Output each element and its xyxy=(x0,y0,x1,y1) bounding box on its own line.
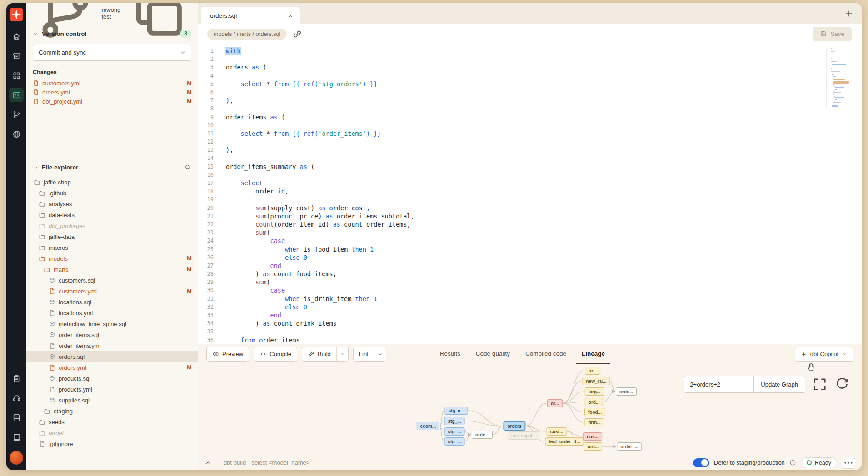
tab-code-quality[interactable]: Code quality xyxy=(470,344,515,364)
code-line[interactable]: 22 count(order_item_id) as count_order_i… xyxy=(198,220,812,228)
lineage-panel[interactable]: Update Graph ecom...stg_o...stg_...stg_.… xyxy=(198,364,862,455)
code-line[interactable]: 33 end xyxy=(198,311,812,319)
status-ready-badge[interactable]: Ready xyxy=(801,457,837,468)
lineage-node[interactable]: ord... xyxy=(585,398,603,406)
file-tree-item[interactable]: seeds xyxy=(26,416,198,427)
code-line[interactable]: 14 xyxy=(198,154,812,162)
lineage-node[interactable]: stg_... xyxy=(444,427,465,436)
code-line[interactable]: 7), xyxy=(198,96,812,104)
code-line[interactable]: 20 sum(supply_cost) as order_cost, xyxy=(198,204,812,212)
code-line[interactable]: 21 sum(product_price) as order_items_sub… xyxy=(198,212,812,220)
code-line[interactable]: 3orders as ( xyxy=(198,63,812,71)
file-tree-item[interactable]: modelsM xyxy=(26,253,198,264)
file-tree-item[interactable]: order_items.sql xyxy=(26,329,198,340)
code-line[interactable]: 35 xyxy=(198,327,812,336)
code-line[interactable]: 32 else 0 xyxy=(198,303,812,311)
lineage-node[interactable]: or... xyxy=(547,399,563,407)
file-tree-item[interactable]: products.yml xyxy=(26,384,198,395)
code-line[interactable]: 34 ) as count_drink_items xyxy=(198,319,812,327)
file-tree-item[interactable]: martsM xyxy=(26,264,198,275)
chevron-down-icon[interactable] xyxy=(336,347,348,361)
changed-file[interactable]: orders.ymlM xyxy=(26,88,198,97)
file-tree-item[interactable]: analyses xyxy=(26,198,198,209)
info-icon[interactable] xyxy=(789,459,796,466)
lineage-node[interactable]: ecom... xyxy=(417,422,439,430)
lineage-node[interactable]: new_cu... xyxy=(582,377,610,385)
lineage-node[interactable]: ord... xyxy=(584,442,602,451)
file-tree-item[interactable]: data-tests xyxy=(26,209,198,220)
lineage-node[interactable]: test_suppl... xyxy=(508,431,539,440)
file-tree-item[interactable]: locations.sql xyxy=(26,297,198,307)
changed-file[interactable]: dbt_project.ymlM xyxy=(26,97,198,106)
file-explorer-header[interactable]: File explorer xyxy=(26,160,198,174)
file-tree-item[interactable]: .gitignore xyxy=(26,438,198,449)
lint-button[interactable]: Lint xyxy=(353,347,386,362)
code-line[interactable]: 18 order_id, xyxy=(198,187,812,195)
search-icon[interactable] xyxy=(184,164,191,171)
defer-toggle[interactable] xyxy=(693,458,709,467)
code-line[interactable]: 36 from order_items xyxy=(198,336,812,344)
lineage-node[interactable]: orders xyxy=(504,422,525,430)
rail-item-develop[interactable] xyxy=(9,88,24,102)
file-tree-item[interactable]: staging xyxy=(26,406,198,416)
chevron-down-icon[interactable] xyxy=(374,347,386,361)
code-line[interactable]: 31 when is_drink_item then 1 xyxy=(198,295,812,303)
changed-file[interactable]: customers.ymlM xyxy=(26,79,198,88)
file-tree-item[interactable]: jaffle-data xyxy=(26,231,198,242)
command-prompt[interactable]: dbt build --select <model_name> xyxy=(224,459,309,466)
file-tree-item[interactable]: supplies.sql xyxy=(26,395,198,406)
rail-item-warehouse[interactable] xyxy=(9,49,24,63)
file-tree-item[interactable]: products.sql xyxy=(26,373,198,384)
lineage-node[interactable]: order_... xyxy=(617,442,642,451)
chevron-down-icon[interactable] xyxy=(180,49,186,56)
commit-and-sync-button[interactable]: Commit and sync xyxy=(33,44,191,61)
code-line[interactable]: 4 xyxy=(198,72,812,80)
tab-orders-sql[interactable]: orders.sql xyxy=(201,7,300,24)
lineage-node[interactable]: drin... xyxy=(584,418,604,426)
rail-item-support[interactable] xyxy=(9,391,24,405)
breadcrumb[interactable]: models / marts / orders.sql xyxy=(207,29,287,40)
lineage-node[interactable]: food... xyxy=(584,408,605,416)
code-line[interactable]: 30 case xyxy=(198,286,812,294)
lineage-node[interactable]: stg_... xyxy=(444,417,465,425)
code-line[interactable]: 10 xyxy=(198,121,812,129)
new-tab-button[interactable] xyxy=(844,9,853,18)
compile-button[interactable]: Compile xyxy=(254,347,297,362)
user-avatar[interactable] xyxy=(10,451,23,465)
more-options-button[interactable] xyxy=(842,457,855,469)
file-tree-item[interactable]: locations.yml xyxy=(26,307,198,318)
preview-button[interactable]: Preview xyxy=(206,347,249,362)
file-tree-item[interactable]: orders.ymlM xyxy=(26,362,198,373)
code-line[interactable]: 19 xyxy=(198,195,812,203)
tab-compiled-code[interactable]: Compiled code xyxy=(520,344,572,364)
lineage-node[interactable]: test_order_it... xyxy=(545,437,584,446)
tab-results[interactable]: Results xyxy=(434,344,466,364)
refresh-button[interactable] xyxy=(834,377,850,392)
dbt-copilot-button[interactable]: dbt Copilot xyxy=(795,347,853,362)
lineage-node[interactable]: or... xyxy=(585,367,600,375)
rail-item-deploy[interactable] xyxy=(9,107,24,122)
editor-minimap[interactable] xyxy=(826,48,856,109)
code-line[interactable]: 1with xyxy=(198,47,812,55)
save-button[interactable]: Save xyxy=(813,27,852,41)
file-tree-item[interactable]: .github xyxy=(26,188,198,198)
file-tree-item[interactable]: macros xyxy=(26,242,198,253)
code-line[interactable]: 17 select xyxy=(198,179,812,187)
code-line[interactable]: 25 when is_food_item then 1 xyxy=(198,245,812,253)
close-icon[interactable] xyxy=(288,13,294,19)
dbt-logo[interactable] xyxy=(10,8,23,21)
code-line[interactable]: 12 xyxy=(198,138,812,146)
rail-item-stack[interactable] xyxy=(9,410,24,425)
code-line[interactable]: 8 xyxy=(198,104,812,113)
code-line[interactable]: 23 sum( xyxy=(198,228,812,237)
code-line[interactable]: 6 xyxy=(198,88,812,96)
file-tree-item[interactable]: jaffle-shop xyxy=(26,177,198,188)
file-tree-item[interactable]: customers.ymlM xyxy=(26,286,198,297)
chevron-up-icon[interactable] xyxy=(205,459,212,466)
lineage-node[interactable]: larg... xyxy=(585,387,604,396)
lineage-selector-input[interactable] xyxy=(684,376,753,392)
code-line[interactable]: 26 else 0 xyxy=(198,253,812,262)
lineage-node[interactable]: orde... xyxy=(472,431,493,439)
lineage-node[interactable]: stg_... xyxy=(444,437,465,446)
code-line[interactable]: 27 end xyxy=(198,262,812,270)
